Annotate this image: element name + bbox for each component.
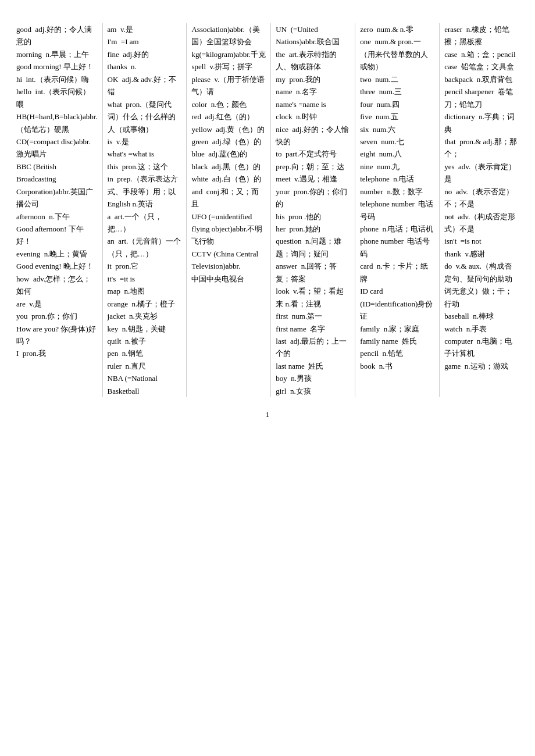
col1-text: good adj.好的；令人满意的	[16, 23, 98, 48]
col2-map: map n.地图	[108, 285, 182, 297]
col6-that: that pron.& adj.那；那个；	[444, 135, 519, 161]
col1-are: are v.是	[16, 298, 98, 310]
col6-not: not adv.（构成否定形式）不是	[444, 211, 519, 236]
col3-green: green adj.绿（色）的	[191, 135, 266, 148]
col6-game: game n.运动；游戏	[444, 360, 519, 372]
col1-hi: hi int.（表示问候）嗨	[16, 73, 98, 85]
col2-im: I'm =I am	[108, 35, 182, 48]
col1-evening: evening n.晚上；黄昏	[16, 248, 98, 260]
col6-pencil-sharpener: pencil sharpener 卷笔刀；铅笔刀	[444, 85, 519, 110]
col5-id-card: ID card (ID=identification)身份证	[360, 285, 434, 322]
column-6: eraser n.橡皮；铅笔擦；黑板擦 case n.箱；盒；pencil ca…	[440, 23, 523, 397]
col5-six: six num.六	[360, 123, 434, 135]
col5-card: card n.卡；卡片；纸牌	[360, 260, 434, 285]
col5-five: five num.五	[360, 110, 434, 123]
col5-number: number n.数；数字	[360, 186, 434, 198]
col2-thanks: thanks n.	[108, 60, 182, 73]
col2-ruler: ruler n.直尺	[108, 360, 182, 372]
col2-nba: NBA (=National Basketball	[108, 372, 182, 397]
col5-book: book n.书	[360, 360, 434, 372]
col6-baseball: baseball n.棒球	[444, 310, 519, 322]
col5-one: one num.& pron.一（用来代替单数的人或物）	[360, 35, 434, 73]
col5-seven: seven num.七	[360, 135, 434, 148]
col6-dictionary: dictionary n.字典；词典	[444, 110, 519, 135]
col1-bbc: BBC (British Broadcasting Corporation)ab…	[16, 161, 98, 211]
col6-no: no adv.（表示否定）不；不是	[444, 186, 519, 211]
col3-cctv-label: 中国中央电视台	[191, 273, 266, 285]
col2-what: what pron.（疑问代词）什么；什么样的人（或事物）	[108, 98, 182, 135]
col5-family: family n.家；家庭	[360, 323, 434, 335]
column-4: UN (=United Nations)abbr.联合国 the art.表示特…	[271, 23, 355, 397]
col3-please: please v.（用于祈使语气）请	[191, 73, 266, 98]
col2-jacket: jacket n.夹克衫	[108, 310, 182, 322]
col1-you: you pron.你；你们	[16, 310, 98, 322]
col5-four: four num.四	[360, 98, 434, 110]
col1-good-afternoon: Good afternoon! 下午好！	[16, 223, 98, 248]
col6-yes: yes adv.（表示肯定）是	[444, 161, 519, 186]
col4-look: look v.看；望；看起来 n.看；注视	[276, 285, 350, 310]
col6-thank: thank v.感谢	[444, 248, 519, 260]
col4-name: name n.名字	[276, 85, 350, 98]
col6-case: case n.箱；盒；pencil case 铅笔盒；文具盒	[444, 48, 519, 73]
page-number: 1	[12, 409, 523, 421]
col2-pen: pen n.钢笔	[108, 347, 182, 359]
col5-three: three num.三	[360, 85, 434, 98]
col2-in: in prep.（表示表达方式、手段等）用；以	[108, 173, 182, 198]
col4-last-name: last name 姓氏	[276, 360, 350, 372]
col5-eight: eight num.八	[360, 148, 434, 160]
col6-isnt: isn't =is not	[444, 235, 519, 247]
col2-a: a art.一个（只，把…）	[108, 211, 182, 236]
col6-do: do v.& aux.（构成否定句、疑问句的助动词无意义）做；干；行动	[444, 260, 519, 310]
col3-red: red adj.红色（的）	[191, 110, 266, 123]
col2-this: this pron.这；这个	[108, 161, 182, 173]
col5-telephone: telephone n.电话	[360, 173, 434, 185]
col4-answer: answer n.回答；答复；答案	[276, 260, 350, 285]
col3-kg: kg(=kilogram)abbr.千克	[191, 48, 266, 60]
col4-to: to part.不定式符号 prep.向；朝；至；达	[276, 148, 350, 173]
col4-my: my pron.我的	[276, 73, 350, 85]
col4-the: the art.表示特指的人、物或群体	[276, 48, 350, 73]
col3-blue: blue adj.蓝(色)的	[191, 148, 266, 160]
col4-his: his pron .他的	[276, 211, 350, 223]
column-5: zero num.& n.零 one num.& pron.一（用来代替单数的人…	[355, 23, 440, 397]
col5-pencil: pencil n.铅笔	[360, 347, 434, 359]
col5-phone: phone n.电话；电话机	[360, 223, 434, 235]
col2-it: it pron.它	[108, 260, 182, 272]
col1-how-are-you: How are you? 你(身体)好吗？	[16, 323, 98, 348]
col1-afternoon: afternoon n.下午	[16, 211, 98, 223]
col3-spell: spell v.拼写；拼字	[191, 60, 266, 73]
col1-good-evening: Good evening! 晚上好！	[16, 260, 98, 272]
col6-computer: computer n.电脑；电子计算机	[444, 335, 519, 360]
col2-quilt: quilt n.被子	[108, 335, 182, 347]
col5-zero: zero num.& n.零	[360, 23, 434, 35]
col4-first: first num.第一	[276, 310, 350, 322]
col4-her: her pron.她的	[276, 223, 350, 235]
col2-an: an art.（元音前）一个（只，把…）	[108, 235, 182, 260]
col1-morning: morning n.早晨；上午	[16, 48, 98, 60]
col1-cd: CD(=compact disc)abbr.激光唱片	[16, 135, 98, 161]
col4-first-name: first name 名字	[276, 323, 350, 335]
col3-association: Association)abbr.（美国）全国篮球协会	[191, 23, 266, 48]
col3-and: and conj.和；又；而且	[191, 186, 266, 211]
col4-names: name's =name is	[276, 98, 350, 110]
main-content: good adj.好的；令人满意的 morning n.早晨；上午 good m…	[12, 23, 523, 397]
col5-family-name: family name 姓氏	[360, 335, 434, 347]
col4-last: last adj.最后的；上一个的	[276, 335, 350, 360]
col2-english: English n.英语	[108, 198, 182, 210]
col2-key: key n.钥匙，关键	[108, 323, 182, 335]
col5-phone-number: phone number 电话号码	[360, 235, 434, 260]
column-1: good adj.好的；令人满意的 morning n.早晨；上午 good m…	[12, 23, 103, 397]
col6-watch: watch n.手表	[444, 323, 519, 335]
col1-i: I pron.我	[16, 347, 98, 359]
col4-clock: clock n.时钟	[276, 110, 350, 123]
col2-is: is v.是	[108, 135, 182, 148]
col3-color: color n.色；颜色	[191, 98, 266, 110]
column-2: am v.是 I'm =I am fine adj.好的 thanks n. O…	[103, 23, 187, 397]
col3-ufo: UFO (=unidentified flying object)abbr.不明…	[191, 211, 266, 248]
col1-hello: hello int.（表示问候）喂	[16, 85, 98, 110]
col4-boy: boy n.男孩	[276, 372, 350, 384]
col2-ok: OK adj.& adv.好；不错	[108, 73, 182, 98]
col5-telephone-number: telephone number 电话号码	[360, 198, 434, 223]
col6-eraser: eraser n.橡皮；铅笔擦；黑板擦	[444, 23, 519, 48]
col3-cctv: CCTV (China Central Television)abbr.	[191, 248, 266, 273]
